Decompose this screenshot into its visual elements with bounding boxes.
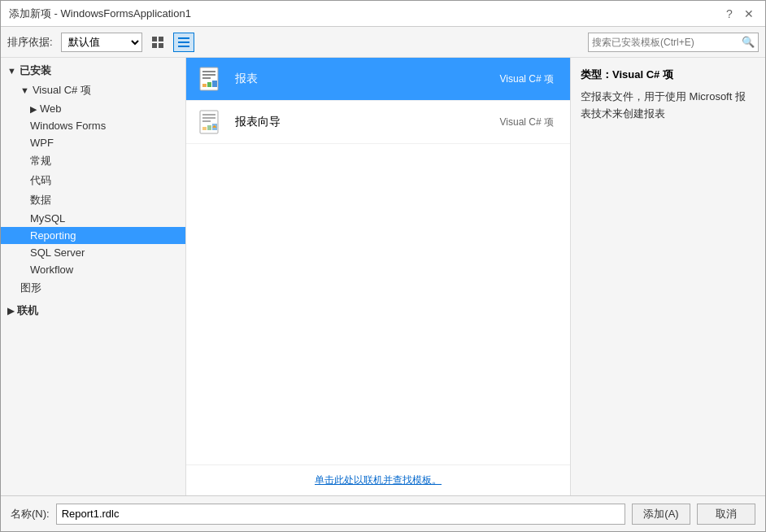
type-value: Visual C# 项 [612, 68, 673, 81]
expand-icon: ▼ [7, 66, 16, 76]
type-label: 类型： [581, 68, 612, 81]
sidebar-installed-label: 已安装 [20, 64, 51, 76]
template-list: 报表 Visual C# 项 [186, 58, 570, 464]
sidebar: ▼已安装 ▼Visual C# 项 ▶Web Windows Forms WPF… [1, 58, 186, 495]
name-label: 名称(N): [11, 507, 50, 521]
svg-rect-1 [159, 37, 163, 41]
search-icon: 🔍 [742, 36, 755, 48]
sidebar-reporting[interactable]: Reporting [1, 227, 185, 244]
close-button[interactable]: ✕ [741, 6, 757, 22]
online-link[interactable]: 单击此处以联机并查找模板。 [315, 474, 442, 486]
right-panel-description: 空报表文件，用于使用 Microsoft 报表技术来创建报表 [581, 89, 755, 123]
sidebar-mysql-label: MySQL [30, 212, 65, 225]
right-panel: 类型：Visual C# 项 空报表文件，用于使用 Microsoft 报表技术… [570, 58, 765, 495]
report-icon [196, 64, 225, 94]
svg-rect-10 [202, 77, 211, 79]
search-input[interactable] [592, 37, 738, 48]
sidebar-online[interactable]: ▶联机 [1, 301, 185, 321]
svg-rect-9 [202, 74, 215, 76]
svg-rect-19 [207, 125, 211, 130]
sidebar-installed[interactable]: ▼已安装 [1, 61, 185, 81]
expand-icon-3: ▶ [30, 104, 37, 114]
sidebar-data[interactable]: 数据 [1, 190, 185, 210]
sidebar-wpf-label: WPF [30, 137, 54, 149]
svg-rect-20 [202, 127, 207, 130]
sidebar-workflow[interactable]: Workflow [1, 261, 185, 278]
sidebar-visual-csharp[interactable]: ▼Visual C# 项 [1, 81, 185, 100]
sidebar-common-label: 常规 [30, 155, 51, 167]
bottom-bar: 名称(N): 添加(A) 取消 [1, 495, 765, 531]
sidebar-graphics[interactable]: 图形 [1, 278, 185, 298]
title-bar: 添加新项 - WindowsFormsApplication1 ? ✕ [1, 1, 765, 27]
center-panel: 报表 Visual C# 项 [186, 58, 570, 495]
svg-rect-17 [202, 120, 211, 122]
sidebar-visual-csharp-label: Visual C# 项 [33, 84, 91, 96]
title-bar-controls: ? ✕ [721, 6, 757, 22]
expand-icon-4: ▶ [7, 306, 14, 316]
svg-rect-13 [202, 84, 207, 87]
svg-rect-4 [178, 37, 189, 39]
svg-rect-2 [152, 43, 157, 48]
main-content: ▼已安装 ▼Visual C# 项 ▶Web Windows Forms WPF… [1, 58, 765, 495]
sidebar-web-label: Web [40, 102, 62, 115]
svg-rect-5 [178, 41, 189, 43]
dialog: 添加新项 - WindowsFormsApplication1 ? ✕ 排序依据… [0, 0, 766, 532]
sidebar-sql-server[interactable]: SQL Server [1, 244, 185, 261]
report-wizard-icon [196, 107, 225, 137]
svg-rect-12 [207, 82, 211, 87]
sidebar-windows-forms-label: Windows Forms [30, 120, 106, 132]
sidebar-data-label: 数据 [30, 194, 51, 206]
sidebar-web[interactable]: ▶Web [1, 100, 185, 117]
sidebar-online-label: 联机 [17, 304, 38, 316]
sidebar-code-label: 代码 [30, 174, 51, 186]
sidebar-graphics-label: 图形 [20, 281, 41, 294]
sidebar-common[interactable]: 常规 [1, 151, 185, 171]
template-report-wizard-type: Visual C# 项 [500, 116, 560, 129]
center-footer: 单击此处以联机并查找模板。 [186, 464, 570, 495]
dialog-title: 添加新项 - WindowsFormsApplication1 [9, 7, 191, 21]
template-item-report[interactable]: 报表 Visual C# 项 [186, 58, 570, 101]
search-box[interactable]: 🔍 [588, 33, 759, 52]
sidebar-windows-forms[interactable]: Windows Forms [1, 117, 185, 134]
name-input[interactable] [56, 504, 625, 525]
svg-rect-11 [212, 81, 217, 87]
svg-rect-15 [202, 114, 215, 116]
svg-rect-8 [202, 71, 215, 72]
grid-view-button[interactable] [147, 33, 168, 52]
right-panel-type-row: 类型：Visual C# 项 [581, 68, 755, 82]
template-report-type: Visual C# 项 [500, 72, 560, 86]
add-button[interactable]: 添加(A) [632, 504, 690, 525]
sidebar-mysql[interactable]: MySQL [1, 210, 185, 227]
sidebar-workflow-label: Workflow [30, 264, 73, 276]
sidebar-sql-server-label: SQL Server [30, 246, 85, 259]
toolbar: 排序依据: 默认值 🔍 [1, 27, 765, 58]
sort-select[interactable]: 默认值 [61, 33, 142, 52]
sort-label: 排序依据: [7, 35, 53, 50]
cancel-button[interactable]: 取消 [697, 504, 755, 525]
help-button[interactable]: ? [721, 6, 738, 22]
svg-rect-0 [152, 37, 157, 41]
template-report-name: 报表 [235, 72, 490, 86]
template-report-wizard-name: 报表向导 [235, 115, 490, 129]
svg-rect-6 [178, 46, 189, 47]
expand-icon-2: ▼ [20, 85, 29, 95]
svg-rect-3 [159, 43, 163, 48]
sidebar-reporting-label: Reporting [30, 229, 76, 242]
svg-rect-16 [202, 117, 215, 119]
sidebar-code[interactable]: 代码 [1, 171, 185, 190]
template-item-report-wizard[interactable]: 报表向导 Visual C# 项 [186, 101, 570, 144]
sidebar-wpf[interactable]: WPF [1, 134, 185, 151]
list-view-button[interactable] [173, 33, 194, 52]
